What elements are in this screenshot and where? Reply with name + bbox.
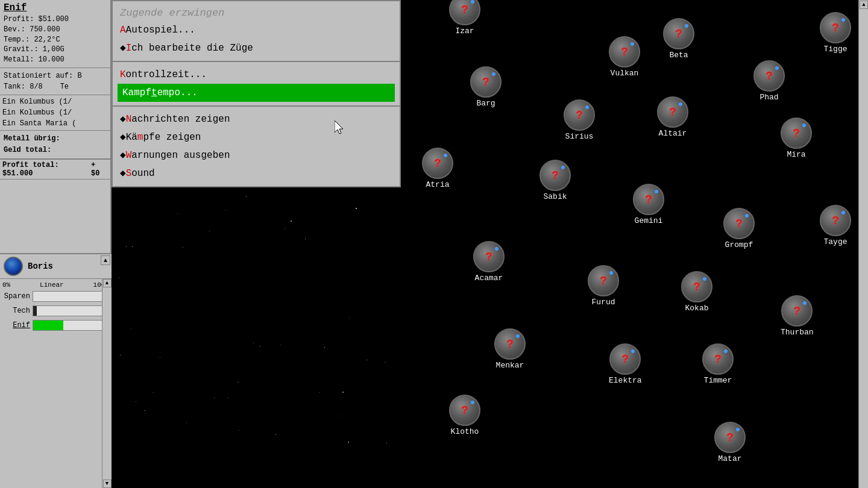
star-klotho[interactable]: ?Klotho <box>449 395 480 436</box>
metall-ubrig: Metall übrig: <box>4 133 107 145</box>
menu-section-speed: Kontrollzeit... Kampftempo... <box>113 62 400 107</box>
bottom-stats: Metall übrig: Geld total: <box>0 131 110 160</box>
star-sabik[interactable]: ?Sabik <box>539 160 571 201</box>
chart-header: 0% Linear 100% <box>2 281 109 289</box>
star-name-menkar: Menkar <box>496 361 524 370</box>
geld-total: Geld total: <box>4 145 107 156</box>
menu-sound[interactable]: ◆Sound <box>118 164 395 183</box>
menu-kampfe[interactable]: ◆Kämpfe zeigen <box>118 128 395 146</box>
chart-scroll-up-button[interactable]: ▲ <box>103 279 112 287</box>
boris-header: Boris ▲ <box>0 254 112 279</box>
stationed-line: Stationiert auf: B <box>4 70 107 81</box>
enif-bar <box>33 321 63 330</box>
star-name-sabik: Sabik <box>543 192 567 201</box>
menu-nachrichten[interactable]: ◆Nachrichten zeigen <box>118 110 395 128</box>
profit-line: Profit: $51.000 <box>4 14 107 25</box>
star-name-vulkan: Vulkan <box>611 69 639 78</box>
tank-line: Tank: 8/8 Te <box>4 81 107 92</box>
scroll-up-button[interactable]: ▲ <box>860 1 868 9</box>
profit-total-value: + $0 <box>91 161 108 178</box>
star-name-izar: Izar <box>455 27 474 36</box>
sparen-label: Sparen <box>2 292 33 301</box>
star-izar[interactable]: ?Izar <box>449 0 480 36</box>
star-name-altair: Altair <box>659 129 687 138</box>
star-name-matar: Matar <box>718 454 741 463</box>
star-tigge[interactable]: ?Tigge <box>820 12 851 54</box>
star-name-elektra: Elektra <box>609 376 642 385</box>
gravit-line: Gravit.: 1,00G <box>4 45 107 55</box>
boris-bar: Boris ▲ 0% Linear 100% Sparen Tech <box>0 253 112 488</box>
menu-ich-bearbeite[interactable]: ◆Ich bearbeite die Züge <box>118 39 395 57</box>
star-elektra[interactable]: ?Elektra <box>609 343 642 385</box>
star-name-barg: Barg <box>476 99 495 108</box>
chart-scrollbar[interactable]: ▲ ▼ <box>102 279 112 488</box>
tank-label: Tank: 8/8 <box>4 83 43 91</box>
menu-kontrollzeit[interactable]: Kontrollzeit... <box>118 66 395 84</box>
star-name-atria: Atria <box>426 180 449 189</box>
star-menkar[interactable]: ?Menkar <box>494 328 526 370</box>
tech-bar <box>33 306 37 316</box>
star-name-acamar: Acamar <box>475 274 503 283</box>
budget-chart: 0% Linear 100% Sparen Tech <box>0 279 112 488</box>
star-grompf[interactable]: ?Grompf <box>723 208 755 249</box>
profit-total-label: Profit total: $51.000 <box>2 161 91 178</box>
star-vulkan[interactable]: ?Vulkan <box>609 36 640 78</box>
bev-line: Bev.: 750.000 <box>4 25 107 35</box>
star-name-phad: Phad <box>760 93 778 102</box>
ship-1: Ein Kolumbus (1/ <box>2 96 108 107</box>
star-timmer[interactable]: ?Timmer <box>702 343 734 385</box>
menu-section-display: ◆Nachrichten zeigen ◆Kämpfe zeigen ◆Warn… <box>113 107 400 186</box>
star-name-sirius: Sirius <box>565 132 594 141</box>
star-sirius[interactable]: ?Sirius <box>564 99 595 141</box>
boris-name: Boris <box>28 261 53 271</box>
tech-bar-container <box>33 305 109 316</box>
star-mira[interactable]: ?Mira <box>781 117 812 159</box>
left-panel: Enif Profit: $51.000 Bev.: 750.000 Temp.… <box>0 0 112 488</box>
menu-kampftempo[interactable]: Kampftempo... <box>118 84 395 102</box>
sparen-row: Sparen <box>2 291 109 302</box>
boris-planet-icon <box>4 257 23 276</box>
menu-warnungen[interactable]: ◆Warnungen ausgeben <box>118 146 395 164</box>
planet-name: Enif <box>4 2 107 13</box>
ships-list: Ein Kolumbus (1/ Ein Kolumbus (1/ Ein Sa… <box>0 95 110 131</box>
star-tayge[interactable]: ?Tayge <box>820 205 851 246</box>
star-altair[interactable]: ?Altair <box>657 96 688 138</box>
star-furud[interactable]: ?Furud <box>588 265 619 307</box>
ship-2: Ein Kolumbus (1/ <box>2 107 108 118</box>
star-thurban[interactable]: ?Thurban <box>781 295 814 337</box>
stationed-info: Stationiert auf: B Tank: 8/8 Te <box>0 68 110 95</box>
ship-3: Ein Santa Maria ( <box>2 118 108 129</box>
star-acamar[interactable]: ?Acamar <box>473 241 505 283</box>
star-map[interactable]: ?Izar?Beta?Tigge?Vulkan?Phad?Barg?Sirius… <box>398 0 868 488</box>
star-kokab[interactable]: ?Kokab <box>681 271 712 313</box>
te-label: Te <box>60 83 69 91</box>
menu-section-turn: Zugende erzwingen AAutospiel... ◆Ich bea… <box>113 1 400 62</box>
sparen-bar-container <box>33 291 109 302</box>
star-matar[interactable]: ?Matar <box>714 422 746 463</box>
star-name-grompf: Grompf <box>725 240 753 249</box>
boris-scroll-up-button[interactable]: ▲ <box>101 255 110 265</box>
star-barg[interactable]: ?Barg <box>470 66 502 108</box>
chart-0pct: 0% <box>2 281 10 289</box>
chart-linear: Linear <box>40 281 64 289</box>
metall-line: Metall: 10.000 <box>4 55 107 65</box>
temp-line: Temp.: 22,2°C <box>4 35 107 45</box>
star-gemini[interactable]: ?Gemini <box>633 184 664 225</box>
star-atria[interactable]: ?Atria <box>422 148 453 189</box>
star-name-furud: Furud <box>591 298 615 307</box>
right-scrollbar[interactable]: ▲ <box>858 0 868 488</box>
chart-scroll-down-button[interactable]: ▼ <box>103 480 112 488</box>
star-name-tayge: Tayge <box>823 237 847 246</box>
star-phad[interactable]: ?Phad <box>753 60 785 102</box>
tech-label: Tech <box>2 307 33 315</box>
star-name-timmer: Timmer <box>704 376 732 385</box>
star-name-beta: Beta <box>669 51 688 60</box>
star-name-gemini: Gemini <box>635 216 663 225</box>
enif-row: Enif <box>2 320 109 331</box>
star-name-kokab: Kokab <box>685 304 708 313</box>
menu-autospiel[interactable]: AAutospiel... <box>118 21 395 39</box>
star-name-mira: Mira <box>787 150 805 159</box>
planet-info: Enif Profit: $51.000 Bev.: 750.000 Temp.… <box>0 0 110 68</box>
star-beta[interactable]: ?Beta <box>663 18 694 60</box>
tech-row: Tech <box>2 305 109 316</box>
